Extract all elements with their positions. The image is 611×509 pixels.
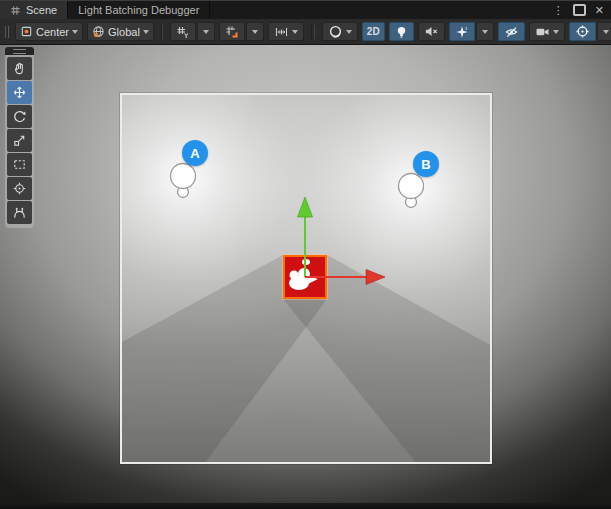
chevron-down-icon [72, 30, 78, 34]
transform-icon [12, 181, 27, 196]
target-crosshair-icon [575, 24, 590, 39]
move-arrows-icon [12, 85, 27, 100]
tools-overlay-handle[interactable] [5, 47, 34, 55]
tool-rotate[interactable] [7, 105, 32, 128]
2d-label: 2D [367, 26, 380, 37]
toolbar-drag-handle[interactable] [5, 26, 9, 38]
grid-axis-icon [176, 25, 190, 39]
unity-scene-view-window: Scene Light Batching Debugger ⋮ ✕ Center [0, 0, 611, 509]
rect-tool-icon [12, 157, 27, 172]
orientation-label: Global [108, 26, 140, 38]
grid-visibility-dropdown[interactable] [197, 22, 215, 41]
titlebar-controls: ⋮ ✕ [553, 1, 611, 19]
tools-overlay [5, 47, 34, 228]
tab-scene-label: Scene [26, 4, 57, 16]
audio-toggle[interactable] [418, 22, 445, 41]
chevron-down-icon [292, 30, 298, 34]
tab-scene[interactable]: Scene [0, 1, 68, 19]
grid-visibility-button[interactable] [170, 22, 196, 41]
chevron-down-icon [252, 30, 258, 34]
window-menu-icon[interactable]: ⋮ [553, 5, 564, 16]
pivot-mode-button[interactable]: Center [15, 22, 83, 41]
tab-lbd-label: Light Batching Debugger [78, 4, 199, 16]
scale-icon [12, 133, 27, 148]
toolbar-separator [161, 25, 163, 39]
scene-toolbar: Center Global [0, 19, 611, 45]
hand-icon [12, 61, 27, 76]
toolbar-separator [311, 25, 315, 39]
window-bottom-border [0, 503, 611, 509]
tool-move[interactable] [7, 81, 32, 104]
effects-toggle[interactable] [449, 22, 475, 41]
selected-sprite[interactable] [283, 255, 327, 299]
tool-scale[interactable] [7, 129, 32, 152]
pivot-mode-label: Center [36, 26, 69, 38]
chevron-down-icon [143, 30, 149, 34]
light-badge-b[interactable]: B [413, 151, 439, 177]
scene-lighting-toggle[interactable] [389, 22, 414, 41]
globe-icon [92, 25, 105, 38]
tab-light-batching-debugger[interactable]: Light Batching Debugger [68, 1, 210, 19]
chevron-down-icon [346, 30, 352, 34]
chevron-down-icon [553, 30, 559, 34]
orientation-button[interactable]: Global [87, 22, 154, 41]
snap-increment-button[interactable] [268, 22, 304, 41]
close-icon[interactable]: ✕ [595, 5, 604, 16]
tool-rect[interactable] [7, 153, 32, 176]
custom-tool-icon [12, 205, 27, 220]
eye-slash-icon [504, 25, 519, 39]
titlebar: Scene Light Batching Debugger ⋮ ✕ [0, 0, 611, 19]
duck-sprite-icon [285, 257, 325, 297]
2d-view-toggle[interactable]: 2D [362, 22, 385, 41]
tool-custom[interactable] [7, 201, 32, 224]
light-badge-a-label: A [190, 146, 199, 161]
chevron-down-icon [203, 30, 209, 34]
snap-settings-dropdown[interactable] [246, 22, 264, 41]
scene-visibility-toggle[interactable] [498, 22, 525, 41]
light-badge-b-label: B [421, 157, 430, 172]
scene-viewport[interactable]: A B [0, 45, 611, 509]
maximize-icon[interactable] [573, 4, 586, 16]
snap-increment-icon [274, 25, 289, 39]
camera-settings-button[interactable] [529, 22, 565, 41]
tool-transform[interactable] [7, 177, 32, 200]
toolbar-right-group: 2D [308, 22, 611, 41]
gizmos-target-button[interactable] [569, 22, 596, 41]
chevron-down-icon [482, 30, 488, 34]
effects-dropdown[interactable] [476, 22, 494, 41]
shaded-sphere-icon [328, 24, 343, 39]
rotate-icon [12, 109, 27, 124]
effects-sparkle-icon [455, 25, 469, 39]
light-badge-a[interactable]: A [182, 140, 208, 166]
light-bulb-icon [395, 25, 408, 39]
chevron-down-icon [603, 30, 609, 34]
pivot-center-icon [20, 25, 33, 38]
draw-mode-button[interactable] [322, 22, 358, 41]
tool-view-hand[interactable] [7, 57, 32, 80]
gizmos-dropdown[interactable] [597, 22, 611, 41]
camera-icon [535, 26, 550, 38]
snap-grid-icon [225, 25, 239, 39]
scene-tab-grid-icon [10, 5, 21, 16]
audio-muted-icon [424, 25, 439, 38]
snap-toggle-button[interactable] [219, 22, 245, 41]
